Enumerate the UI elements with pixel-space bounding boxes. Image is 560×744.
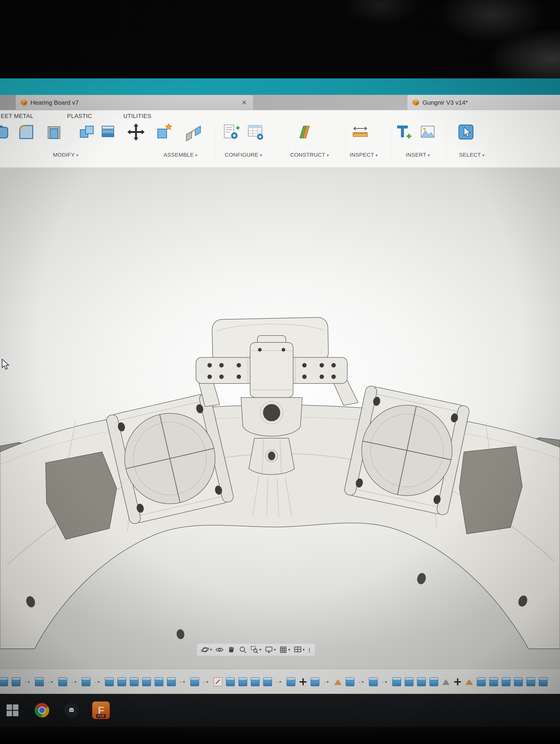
- group-assemble[interactable]: ASSEMBLE▾: [160, 152, 201, 158]
- timeline-cube-icon[interactable]: [539, 677, 548, 686]
- tab-title: Gungnir V3 v14*: [423, 99, 468, 106]
- configure-icon[interactable]: [221, 122, 241, 147]
- select-icon[interactable]: [456, 122, 476, 147]
- ribbon-tab-plastic[interactable]: PLASTIC: [67, 113, 92, 119]
- shell-icon[interactable]: [44, 122, 64, 147]
- timeline-plane-icon[interactable]: [465, 678, 473, 686]
- timeline-cube-icon[interactable]: [238, 677, 247, 686]
- press-pull-icon[interactable]: [0, 122, 12, 147]
- timeline-cube-icon[interactable]: [82, 677, 90, 686]
- ribbon-tab-sheet-metal[interactable]: EET METAL: [1, 113, 33, 119]
- timeline-cube-icon[interactable]: [311, 677, 319, 686]
- chevron-down-icon: ▾: [259, 647, 262, 652]
- timeline-cube-icon[interactable]: [0, 677, 8, 686]
- timeline-cube-icon[interactable]: [502, 677, 510, 686]
- new-component-icon[interactable]: [154, 122, 174, 147]
- timeline-cube-icon[interactable]: [477, 677, 486, 686]
- timeline-cube-icon[interactable]: [12, 677, 21, 686]
- close-icon[interactable]: ✕: [240, 99, 249, 106]
- timeline-cube-icon[interactable]: [526, 677, 535, 686]
- timeline-cube-icon[interactable]: [130, 677, 138, 686]
- document-tab-gungnir[interactable]: Gungnir V3 v14*: [407, 95, 560, 110]
- timeline-cube-icon[interactable]: [417, 677, 426, 686]
- insert-derive-icon[interactable]: [393, 122, 413, 147]
- timeline-cube-icon[interactable]: [489, 677, 498, 686]
- construct-plane-icon[interactable]: [294, 122, 315, 147]
- fillet-icon[interactable]: [16, 122, 36, 147]
- group-construct[interactable]: CONSTRUCT▾: [288, 152, 330, 158]
- timeline-cube-icon[interactable]: [58, 677, 67, 686]
- timeline-cube-icon[interactable]: [190, 677, 199, 686]
- timeline-marker-icon[interactable]: [24, 678, 31, 686]
- timeline-cube-icon[interactable]: [226, 677, 235, 686]
- timeline-marker-icon[interactable]: [382, 678, 389, 686]
- discord-icon: [64, 703, 79, 717]
- timeline-marker-icon[interactable]: [358, 678, 365, 686]
- group-insert[interactable]: INSERT▾: [397, 152, 439, 158]
- timeline-plane-icon[interactable]: [334, 678, 342, 686]
- ribbon-tab-utilities[interactable]: UTILITIES: [123, 113, 151, 119]
- timeline-cube-icon[interactable]: [392, 677, 401, 686]
- chevron-down-icon: ▾: [428, 153, 430, 157]
- combine-icon[interactable]: [77, 122, 97, 147]
- timeline-cube-icon[interactable]: [430, 677, 438, 686]
- timeline-marker-icon[interactable]: [71, 678, 78, 686]
- timeline-cube-icon[interactable]: [405, 677, 413, 686]
- zoom-icon[interactable]: [239, 645, 247, 654]
- fusion-360-icon: F FUS: [92, 702, 110, 719]
- timeline-cube-icon[interactable]: [117, 677, 126, 686]
- document-tab-hearing-board[interactable]: Hearing Board v7 ✕: [15, 95, 253, 110]
- grid-and-snaps-icon[interactable]: ▾: [279, 645, 290, 654]
- group-inspect[interactable]: INSPECT▾: [343, 152, 385, 158]
- timeline-move-icon[interactable]: [453, 678, 462, 686]
- timeline-cube-icon[interactable]: [346, 677, 354, 686]
- insert-canvas-icon[interactable]: [417, 122, 438, 147]
- timeline-cube-icon[interactable]: [287, 677, 295, 686]
- group-modify[interactable]: MODIFY▾: [45, 152, 87, 158]
- timeline-cube-icon[interactable]: [155, 677, 163, 686]
- measure-icon[interactable]: [350, 122, 370, 147]
- offset-face-icon[interactable]: [98, 122, 118, 147]
- tab-title: Hearing Board v7: [31, 99, 79, 106]
- timeline-marker-icon[interactable]: [179, 678, 187, 686]
- timeline-cube-icon[interactable]: [35, 677, 44, 686]
- timeline-cube-icon[interactable]: [263, 677, 272, 686]
- pan-icon[interactable]: [227, 645, 235, 654]
- joint-icon[interactable]: [183, 122, 204, 147]
- navbar-separator: |: [308, 646, 311, 653]
- timeline-wedge-icon[interactable]: [442, 678, 450, 686]
- chrome-app-button[interactable]: [33, 700, 51, 720]
- group-label: MODIFY: [53, 152, 75, 158]
- configuration-table-icon[interactable]: [245, 122, 266, 147]
- free-orbit-icon[interactable]: ▾: [201, 645, 212, 654]
- timeline-sketch-icon[interactable]: [214, 677, 223, 686]
- move-copy-icon[interactable]: [126, 122, 146, 147]
- fusion-app-button[interactable]: F FUS: [92, 700, 110, 720]
- timeline-move-icon[interactable]: [299, 678, 307, 686]
- timeline-cube-icon[interactable]: [142, 677, 151, 686]
- viewports-icon[interactable]: ▾: [293, 645, 305, 654]
- timeline-marker-icon[interactable]: [276, 678, 283, 686]
- discord-app-button[interactable]: [62, 700, 81, 720]
- group-configure[interactable]: CONFIGURE▾: [223, 152, 264, 158]
- windows-start-button[interactable]: [3, 700, 22, 720]
- timeline-cube-icon[interactable]: [251, 677, 259, 686]
- zoom-window-icon[interactable]: ▾: [250, 645, 262, 654]
- timeline-cube-icon[interactable]: [105, 677, 114, 686]
- fusion-tag: FUS: [96, 714, 106, 718]
- monitor-bezel-bottom: [0, 727, 560, 744]
- group-select[interactable]: SELECT▾: [451, 152, 493, 158]
- timeline-marker-icon[interactable]: [203, 678, 210, 686]
- timeline-cube-icon[interactable]: [167, 677, 176, 686]
- timeline-cube-icon[interactable]: [514, 677, 523, 686]
- timeline-marker-icon[interactable]: [94, 678, 102, 686]
- look-at-icon[interactable]: [215, 645, 224, 654]
- display-settings-icon[interactable]: ▾: [265, 645, 276, 654]
- timeline-track: [0, 677, 550, 686]
- timeline-cube-icon[interactable]: [369, 677, 378, 686]
- viewport-canvas[interactable]: ▾ ▾ ▾ ▾: [0, 168, 560, 669]
- timeline-marker-icon[interactable]: [323, 678, 330, 686]
- chevron-down-icon: ▾: [375, 153, 378, 157]
- timeline-marker-icon[interactable]: [47, 678, 55, 686]
- room-reflection: [0, 0, 560, 78]
